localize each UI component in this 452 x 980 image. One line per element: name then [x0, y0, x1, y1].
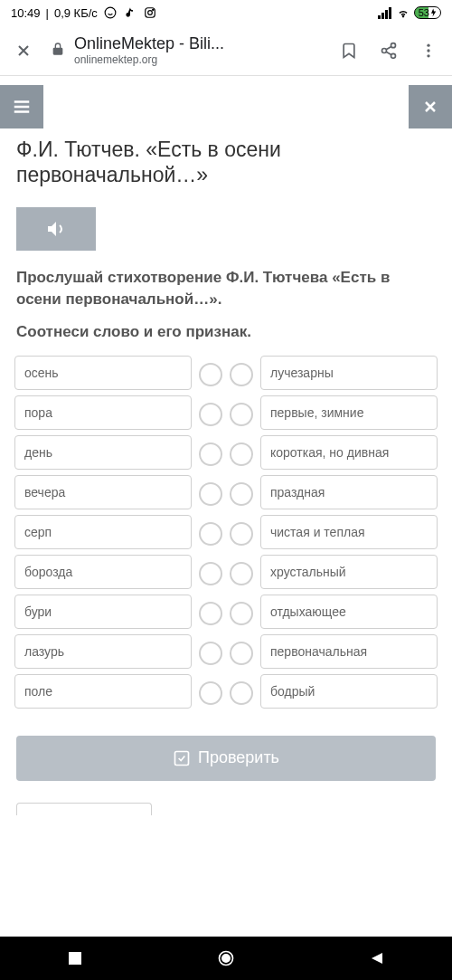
connector-right[interactable] — [230, 642, 253, 665]
task-text: Соотнеси слово и его признак. — [0, 310, 452, 341]
attribute-item[interactable]: первоначальная — [260, 634, 438, 669]
matching-grid: осень пора день вечера серп борозда бури… — [0, 341, 452, 710]
connector-right[interactable] — [230, 602, 253, 625]
check-button-label: Проверить — [198, 748, 279, 767]
wifi-icon — [396, 5, 410, 20]
svg-point-12 — [427, 43, 429, 46]
svg-rect-7 — [389, 7, 391, 19]
connector-right[interactable] — [230, 363, 253, 386]
page-domain: onlinemektep.org — [74, 53, 224, 66]
recent-apps-button[interactable] — [48, 937, 102, 980]
svg-point-11 — [391, 53, 396, 58]
connector-left[interactable] — [199, 681, 222, 705]
svg-point-3 — [152, 9, 153, 10]
svg-point-13 — [427, 49, 429, 52]
whatsapp-icon — [103, 5, 118, 20]
word-item[interactable]: борозда — [14, 555, 192, 589]
battery-indicator: 53 — [414, 6, 441, 19]
connector-right[interactable] — [230, 562, 253, 585]
bookmark-button[interactable] — [336, 38, 362, 63]
check-button[interactable]: Проверить — [16, 736, 436, 781]
connector-left[interactable] — [199, 442, 222, 466]
word-item[interactable]: вечера — [14, 475, 192, 509]
attribute-item[interactable]: лучезарны — [260, 356, 438, 390]
page-title: OnlineMektep - Bili... — [74, 34, 224, 53]
connector-left[interactable] — [199, 403, 222, 426]
svg-point-9 — [391, 43, 396, 47]
attribute-item[interactable]: короткая, но дивная — [260, 435, 438, 470]
menu-dots-button[interactable] — [416, 38, 441, 63]
attribute-item[interactable]: чистая и теплая — [260, 515, 438, 549]
svg-rect-4 — [378, 15, 381, 19]
attribute-item[interactable]: бодрый — [260, 674, 438, 709]
browser-bar: OnlineMektep - Bili... onlinemektep.org — [0, 25, 452, 76]
svg-rect-16 — [69, 952, 81, 965]
attribute-item[interactable]: первые, зимние — [260, 395, 438, 430]
svg-rect-15 — [174, 751, 188, 765]
lock-icon — [51, 42, 65, 60]
attribute-item[interactable]: праздная — [260, 475, 438, 509]
lesson-title: Ф.И. Тютчев. «Есть в осени первоначально… — [0, 85, 452, 187]
svg-point-8 — [402, 16, 403, 17]
close-tab-button[interactable] — [11, 38, 36, 63]
word-item[interactable]: поле — [14, 674, 192, 709]
svg-point-0 — [105, 7, 116, 18]
word-item[interactable]: день — [14, 435, 192, 470]
status-bar: 10:49 | 0,9 КБ/с 53 — [0, 0, 452, 25]
word-item[interactable]: лазурь — [14, 634, 192, 669]
word-item[interactable]: бури — [14, 595, 192, 629]
attribute-item[interactable]: отдыхающее — [260, 595, 438, 629]
svg-rect-6 — [385, 10, 388, 19]
instagram-icon — [143, 5, 157, 20]
signal-icon — [378, 5, 392, 20]
connector-left[interactable] — [199, 522, 222, 546]
svg-point-2 — [148, 11, 153, 15]
word-item[interactable]: пора — [14, 395, 192, 430]
instruction-text: Прослушай стихотворение Ф.И. Тютчева «Ес… — [0, 251, 452, 310]
page-content: Ф.И. Тютчев. «Есть в осени первоначально… — [0, 76, 452, 937]
hamburger-menu-button[interactable] — [0, 85, 43, 128]
status-time: 10:49 — [11, 6, 41, 20]
attribute-item[interactable]: хрустальный — [260, 555, 438, 589]
connector-left[interactable] — [199, 363, 222, 386]
connector-right[interactable] — [230, 403, 253, 426]
back-button[interactable] — [350, 937, 404, 980]
svg-point-14 — [427, 54, 429, 57]
connector-right[interactable] — [230, 482, 253, 506]
tiktok-icon — [123, 5, 137, 20]
close-panel-button[interactable] — [409, 85, 452, 128]
svg-rect-5 — [381, 13, 384, 19]
connector-left[interactable] — [199, 602, 222, 625]
partial-element — [16, 803, 152, 815]
android-nav-bar — [0, 937, 452, 980]
word-item[interactable]: осень — [14, 356, 192, 390]
play-audio-button[interactable] — [16, 207, 96, 251]
connector-right[interactable] — [230, 442, 253, 466]
svg-point-18 — [222, 955, 230, 962]
connector-left[interactable] — [199, 562, 222, 585]
connector-left[interactable] — [199, 482, 222, 506]
connector-right[interactable] — [230, 681, 253, 705]
share-button[interactable] — [376, 38, 401, 63]
word-item[interactable]: серп — [14, 515, 192, 549]
svg-point-10 — [382, 48, 387, 52]
connector-right[interactable] — [230, 522, 253, 546]
status-data-rate: 0,9 КБ/с — [54, 6, 98, 20]
home-button[interactable] — [199, 937, 253, 980]
connector-left[interactable] — [199, 642, 222, 665]
